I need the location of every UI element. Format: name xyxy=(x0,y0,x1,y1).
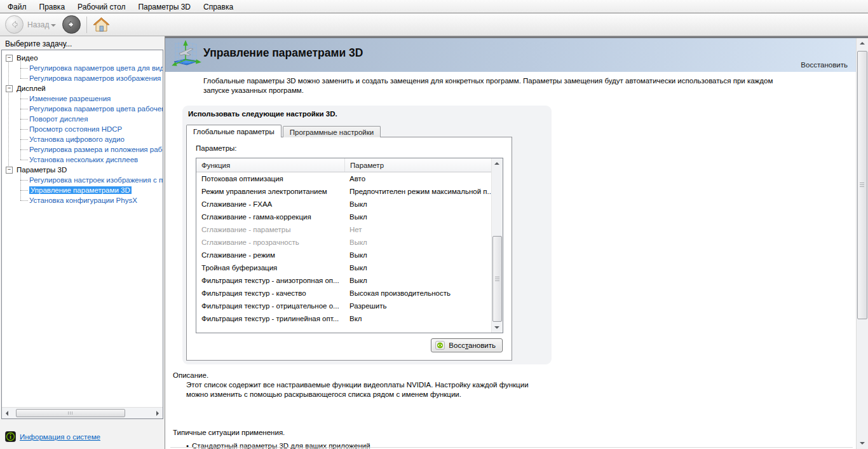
table-row[interactable]: Потоковая оптимизацияАвто xyxy=(196,172,492,185)
value-cell[interactable]: Авто xyxy=(344,172,492,185)
system-info-link[interactable]: Информация о системе xyxy=(20,433,100,441)
value-cell[interactable]: Разрешить xyxy=(344,300,492,312)
scroll-down-button[interactable] xyxy=(857,438,868,449)
back-button[interactable] xyxy=(5,15,24,34)
tree-item-label[interactable]: Изменение разрешения xyxy=(29,95,111,102)
tree-category[interactable]: −Параметры 3D xyxy=(2,165,163,175)
table-row[interactable]: Фильтрация текстур - трилинейная опт...В… xyxy=(196,312,492,325)
value-cell[interactable]: Выкл xyxy=(344,211,492,223)
tree-item-label[interactable]: Регулировка параметров изображения д xyxy=(29,74,163,82)
scroll-down-button[interactable] xyxy=(492,322,503,333)
task-tree: −ВидеоРегулировка параметров цвета для в… xyxy=(2,50,163,408)
tree-horizontal-scrollbar[interactable] xyxy=(2,407,163,418)
table-row[interactable]: Сглаживание - параметрыНет xyxy=(196,223,492,236)
menu-item[interactable]: Файл xyxy=(1,1,33,13)
tree-category[interactable]: −Дисплей xyxy=(2,83,163,93)
tree-item-label[interactable]: Просмотр состояния HDCP xyxy=(29,125,122,133)
tree-item-label[interactable]: Установка цифрового аудио xyxy=(29,135,125,143)
tree-item-label[interactable]: Регулировка параметров цвета для вид xyxy=(29,64,163,72)
scroll-right-button[interactable] xyxy=(152,408,163,418)
intro-text: Глобальные параметры 3D можно заменить и… xyxy=(203,76,788,95)
forward-button[interactable] xyxy=(62,15,81,34)
table-vertical-scrollbar[interactable] xyxy=(491,158,503,333)
value-cell[interactable]: Выкл xyxy=(344,198,492,211)
tree-item-label[interactable]: Установка конфигурации PhysX xyxy=(29,197,137,204)
collapse-icon[interactable]: − xyxy=(6,85,13,92)
table-scroll-thumb[interactable] xyxy=(492,236,502,322)
column-header-value[interactable]: Параметр xyxy=(344,158,492,172)
horizontal-scroll-thumb[interactable] xyxy=(16,409,125,417)
tree-item[interactable]: Установка цифрового аудио xyxy=(2,134,163,144)
menu-item[interactable]: Справка xyxy=(197,1,240,13)
scroll-up-button[interactable] xyxy=(492,158,503,169)
tree-item[interactable]: Просмотр состояния HDCP xyxy=(2,124,163,134)
menu-item[interactable]: Правка xyxy=(33,1,72,13)
tree-item-label[interactable]: Установка нескольких дисплеев xyxy=(29,156,138,163)
tree-item[interactable]: Изменение разрешения xyxy=(2,93,163,104)
table-row[interactable]: Сглаживание - FXAAВыкл xyxy=(196,198,492,211)
value-cell[interactable]: Выкл xyxy=(344,274,492,287)
tree-item-label[interactable]: Регулировка настроек изображения с пр xyxy=(29,176,163,184)
scroll-left-icon xyxy=(6,411,8,416)
scroll-right-icon xyxy=(156,411,159,416)
main-scroll-thumb[interactable] xyxy=(857,51,867,319)
restore-link[interactable]: Восстановить xyxy=(801,61,848,69)
tree-item-label[interactable]: Регулировка параметров цвета рабочег xyxy=(29,105,163,113)
scroll-up-button[interactable] xyxy=(857,38,868,49)
table-row[interactable]: Сглаживание - прозрачностьВыкл xyxy=(196,236,492,249)
toolbar: Назад xyxy=(0,13,868,36)
tree-item-label[interactable]: Поворот дисплея xyxy=(29,115,88,123)
menu-item[interactable]: Рабочий стол xyxy=(71,1,132,13)
value-cell[interactable]: Предпочтителен режим максимальной п... xyxy=(344,185,492,198)
tree-category[interactable]: −Видео xyxy=(2,53,163,63)
value-cell[interactable]: Выкл xyxy=(344,261,492,274)
forward-arrow-icon xyxy=(67,20,76,29)
back-history-chevron-icon[interactable] xyxy=(51,24,56,27)
table-header[interactable]: Функция Параметр xyxy=(196,158,492,172)
menu-item[interactable]: Параметры 3D xyxy=(132,1,197,13)
tree-item[interactable]: Регулировка параметров цвета рабочег xyxy=(2,104,163,114)
tab-global-settings[interactable]: Глобальные параметры xyxy=(186,125,281,137)
sidebar: Выберите задачу... −ВидеоРегулировка пар… xyxy=(0,36,165,449)
tree-item[interactable]: Установка конфигурации PhysX xyxy=(2,195,163,205)
value-cell[interactable]: Выкл xyxy=(344,236,492,249)
main-vertical-scrollbar[interactable] xyxy=(856,38,868,449)
feature-cell: Фильтрация текстур - отрицательное о... xyxy=(196,300,344,312)
value-cell[interactable]: Выкл xyxy=(344,249,492,261)
table-row[interactable]: Режим управления электропитаниемПредпочт… xyxy=(196,185,492,198)
tree-item-label[interactable]: Регулировка размера и положения рабоч xyxy=(29,146,163,153)
table-row[interactable]: Сглаживание - режимВыкл xyxy=(196,249,492,261)
table-row[interactable]: Сглаживание - гамма-коррекцияВыкл xyxy=(196,211,492,223)
table-row[interactable]: Фильтрация текстур - качествоВысокая про… xyxy=(196,287,492,300)
tab-program-settings[interactable]: Программные настройки xyxy=(283,126,381,137)
nvidia-control-panel-window: ФайлПравкаРабочий столПараметры 3DСправк… xyxy=(0,0,868,449)
home-button[interactable] xyxy=(93,17,110,32)
tree-item[interactable]: Поворот дисплея xyxy=(2,114,163,124)
tree-item[interactable]: Регулировка параметров цвета для вид xyxy=(2,63,163,73)
sidebar-title: Выберите задачу... xyxy=(0,36,165,48)
tree-category-label: Видео xyxy=(17,54,38,62)
value-cell[interactable]: Вкл xyxy=(344,312,492,325)
table-row[interactable]: Тройная буферизацияВыкл xyxy=(196,261,492,274)
restore-button-label: Восстановить xyxy=(449,342,496,349)
feature-cell: Фильтрация текстур - качество xyxy=(196,287,344,300)
value-cell[interactable]: Высокая производительность xyxy=(344,287,492,300)
tree-item[interactable]: Регулировка размера и положения рабоч xyxy=(2,144,163,155)
tree-item[interactable]: Регулировка настроек изображения с пр xyxy=(2,175,163,185)
restore-button[interactable]: Восстановить xyxy=(431,338,503,352)
scroll-left-button[interactable] xyxy=(2,408,13,418)
tree-item[interactable]: Управление параметрами 3D xyxy=(2,185,163,195)
collapse-icon[interactable]: − xyxy=(6,55,13,62)
column-header-feature[interactable]: Функция xyxy=(196,158,344,172)
collapse-icon[interactable]: − xyxy=(6,167,13,174)
tab-label: Программные настройки xyxy=(290,128,374,136)
value-cell[interactable]: Нет xyxy=(344,223,492,236)
page-title: Управление параметрами 3D xyxy=(203,46,363,60)
tree-item[interactable]: Регулировка параметров изображения д xyxy=(2,73,163,83)
settings-table-body: Потоковая оптимизацияАвтоРежим управлени… xyxy=(196,172,492,333)
tree-item-label[interactable]: Управление параметрами 3D xyxy=(29,186,132,194)
scroll-down-icon xyxy=(860,442,865,445)
tree-item[interactable]: Установка нескольких дисплеев xyxy=(2,155,163,165)
table-row[interactable]: Фильтрация текстур - отрицательное о...Р… xyxy=(196,300,492,312)
table-row[interactable]: Фильтрация текстур - анизотропная оп...В… xyxy=(196,274,492,287)
